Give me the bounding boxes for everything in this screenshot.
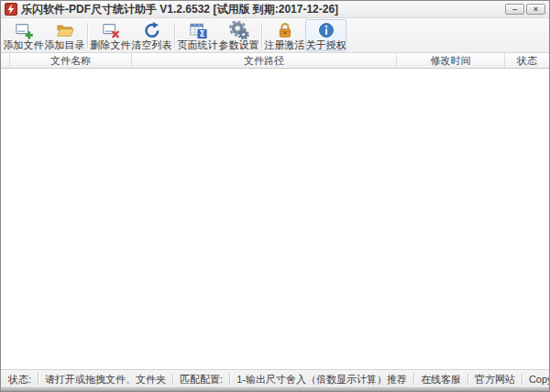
link-official-site[interactable]: 官方网站 (475, 374, 515, 385)
toolbar-separator (87, 23, 88, 48)
delete-file-icon (101, 21, 121, 39)
column-row-selector (1, 53, 10, 68)
close-button[interactable]: × (526, 4, 545, 15)
statusbar-separator (468, 374, 468, 385)
info-icon (316, 21, 336, 39)
column-file-path[interactable]: 文件路径 (132, 53, 397, 68)
add-folder-icon (55, 21, 75, 39)
toolbar-separator (174, 23, 175, 48)
clear-list-icon (142, 21, 162, 39)
svg-text:Σ: Σ (199, 29, 204, 38)
window-bottom-frame (1, 387, 549, 391)
settings-gears-icon (229, 21, 249, 39)
copyright-text: Copyright 2017 乐闪软件 保留所有权利 (529, 374, 550, 385)
toolbar-button-label: 参数设置 (219, 40, 259, 50)
config-label: 匹配配置: (180, 374, 223, 385)
page-statistics-icon: Σ (188, 21, 208, 39)
statusbar-separator (172, 374, 173, 385)
toolbar-button-label: 添加目录 (45, 40, 85, 50)
column-modified-time[interactable]: 修改时间 (397, 53, 505, 68)
delete-file-button[interactable]: 删除文件 (90, 19, 131, 51)
titlebar: 乐闪软件-PDF尺寸统计助手 V1.2.6532 [试用版 到期:2017-12… (1, 1, 549, 18)
register-activate-button[interactable]: 注册激活 (264, 19, 305, 51)
toolbar-separator (261, 23, 262, 48)
toolbar-button-label: 页面统计 (178, 40, 218, 50)
statusbar-separator (229, 374, 230, 385)
statusbar: 状态: 请打开或拖拽文件、文件夹 匹配配置: 1-输出尺寸舍入（倍数显示计算）推… (1, 369, 549, 387)
settings-button[interactable]: 参数设置 (218, 19, 259, 51)
config-value: 1-输出尺寸舍入（倍数显示计算）推荐 (236, 374, 407, 385)
statusbar-separator (38, 374, 38, 385)
page-statistics-button[interactable]: Σ 页面统计 (177, 19, 218, 51)
add-file-icon (14, 21, 34, 39)
window-title: 乐闪软件-PDF尺寸统计助手 V1.2.6532 [试用版 到期:2017-12… (21, 1, 501, 17)
minimize-button[interactable]: – (505, 4, 524, 15)
toolbar-button-label: 关于授权 (306, 40, 346, 50)
add-directory-button[interactable]: 添加目录 (44, 19, 85, 51)
link-online-service[interactable]: 在线客服 (421, 374, 461, 385)
toolbar-button-label: 注册激活 (265, 40, 305, 50)
file-table-header: 文件名称 文件路径 修改时间 状态 (1, 53, 549, 69)
column-file-name[interactable]: 文件名称 (10, 53, 132, 68)
file-list-area[interactable] (1, 69, 549, 369)
statusbar-separator (413, 374, 414, 385)
toolbar-button-label: 添加文件 (4, 40, 44, 50)
status-label: 状态: (8, 374, 31, 385)
column-status[interactable]: 状态 (505, 53, 549, 68)
status-message: 请打开或拖拽文件、文件夹 (45, 374, 166, 385)
toolbar-button-label: 删除文件 (91, 40, 131, 50)
app-window: 乐闪软件-PDF尺寸统计助手 V1.2.6532 [试用版 到期:2017-12… (0, 0, 550, 392)
toolbar: 添加文件 添加目录 删除文件 清空列表 (1, 18, 549, 53)
about-license-button[interactable]: 关于授权 (305, 19, 346, 51)
lock-icon (275, 21, 295, 39)
clear-list-button[interactable]: 清空列表 (131, 19, 172, 51)
toolbar-button-label: 清空列表 (132, 40, 172, 50)
pdf-app-icon (5, 3, 17, 16)
statusbar-separator (522, 374, 522, 385)
add-file-button[interactable]: 添加文件 (3, 19, 44, 51)
